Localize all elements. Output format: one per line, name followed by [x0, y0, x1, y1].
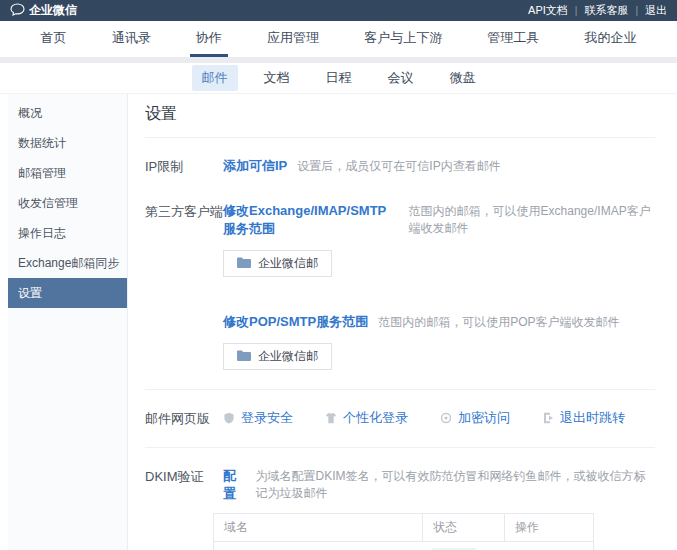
logout-redirect-link[interactable]: 退出时跳转: [542, 409, 625, 427]
sidebar: 概况 数据统计 邮箱管理 收发信管理 操作日志 Exchange邮箱同步 设置: [8, 94, 128, 550]
table-header-action: 操作: [504, 514, 593, 541]
contact-support-link[interactable]: 联系客服: [584, 3, 628, 18]
separator: |: [635, 5, 638, 16]
table-header-row: 域名 状态 操作: [214, 514, 593, 542]
action-cell: 查看配置: [504, 543, 593, 550]
api-docs-link[interactable]: API文档: [528, 3, 568, 18]
top-bar: 企业微信 API文档 | 联系客服 | 退出: [0, 0, 677, 21]
chat-bubble-icon: [10, 3, 25, 19]
nav-item-apps[interactable]: 应用管理: [261, 21, 325, 57]
separator: |: [575, 5, 578, 16]
section-desc: 设置后，成员仅可在可信IP内查看邮件: [297, 158, 500, 175]
dkim-section: DKIM验证 配置 为域名配置DKIM签名，可以有效防范仿冒和网络钓鱼邮件，或被…: [145, 467, 655, 550]
nav-item-admin-tools[interactable]: 管理工具: [481, 21, 545, 57]
modify-pop-range-link[interactable]: 修改POP/SMTP服务范围: [223, 313, 368, 331]
shield-icon: [223, 412, 235, 424]
settings-panel: 设置 IP限制 添加可信IP 设置后，成员仅可在可信IP内查看邮件 第三方客户端…: [128, 94, 677, 550]
table-row: 988666.club 已验证 查看配置: [214, 542, 593, 550]
topbar-links: API文档 | 联系客服 | 退出: [528, 3, 667, 18]
status-cell: 已验证: [422, 542, 504, 550]
nav-item-customers[interactable]: 客户与上下游: [358, 21, 448, 57]
app-title: 企业微信: [29, 2, 77, 19]
exchange-group: 修改Exchange/IMAP/SMTP服务范围 范围内的邮箱，可以使用Exch…: [223, 202, 655, 277]
page-title: 设置: [145, 104, 655, 138]
sub-tabs: 邮件 文档 日程 会议 微盘: [0, 63, 677, 94]
encrypted-access-label: 加密访问: [458, 409, 510, 427]
table-header-domain: 域名: [214, 514, 422, 541]
webmail-section: 邮件网页版 登录安全 个性化登录: [145, 409, 655, 428]
section-label: DKIM验证: [145, 467, 223, 550]
sidebar-item-mailbox-management[interactable]: 邮箱管理: [8, 158, 127, 188]
domain-cell: 988666.club: [214, 544, 422, 550]
login-security-label: 登录安全: [241, 409, 293, 427]
main-area: 概况 数据统计 邮箱管理 收发信管理 操作日志 Exchange邮箱同步 设置 …: [0, 94, 677, 550]
tab-mail[interactable]: 邮件: [192, 65, 238, 91]
dkim-configure-link[interactable]: 配置: [223, 467, 245, 503]
nav-item-my-company[interactable]: 我的企业: [578, 21, 642, 57]
nav-item-contacts[interactable]: 通讯录: [106, 21, 157, 57]
divider: [145, 447, 655, 448]
sidebar-item-overview[interactable]: 概况: [8, 98, 127, 128]
section-label: 邮件网页版: [145, 409, 223, 428]
section-label: 第三方客户端: [145, 202, 223, 370]
ip-restriction-section: IP限制 添加可信IP 设置后，成员仅可在可信IP内查看邮件: [145, 157, 655, 176]
section-desc: 为域名配置DKIM签名，可以有效防范仿冒和网络钓鱼邮件，或被收信方标记为垃圾邮件: [255, 468, 655, 502]
tab-drive[interactable]: 微盘: [440, 65, 486, 91]
personalized-login-link[interactable]: 个性化登录: [325, 409, 408, 427]
department-name: 企业微信邮: [258, 348, 318, 365]
add-trusted-ip-link[interactable]: 添加可信IP: [223, 157, 287, 175]
sidebar-item-send-receive[interactable]: 收发信管理: [8, 188, 127, 218]
sidebar-item-exchange-sync[interactable]: Exchange邮箱同步: [8, 248, 127, 278]
exit-icon: [542, 412, 554, 424]
table-header-status: 状态: [422, 514, 504, 541]
nav-item-home[interactable]: 首页: [35, 21, 73, 57]
encrypted-access-link[interactable]: 加密访问: [440, 409, 510, 427]
section-label: IP限制: [145, 157, 223, 176]
tab-docs[interactable]: 文档: [254, 65, 300, 91]
section-desc: 范围内的邮箱，可以使用Exchange/IMAP客户端收发邮件: [409, 203, 655, 237]
third-party-section: 第三方客户端 修改Exchange/IMAP/SMTP服务范围 范围内的邮箱，可…: [145, 202, 655, 370]
personalized-login-label: 个性化登录: [343, 409, 408, 427]
login-security-link[interactable]: 登录安全: [223, 409, 293, 427]
nav-item-collaboration[interactable]: 协作: [190, 21, 228, 57]
main-nav: 首页 通讯录 协作 应用管理 客户与上下游 管理工具 我的企业: [0, 21, 677, 57]
department-tag[interactable]: 企业微信邮: [223, 250, 332, 277]
sidebar-item-settings[interactable]: 设置: [8, 278, 127, 308]
folder-icon: [237, 257, 251, 271]
sidebar-item-statistics[interactable]: 数据统计: [8, 128, 127, 158]
modify-exchange-range-link[interactable]: 修改Exchange/IMAP/SMTP服务范围: [223, 202, 399, 238]
lock-icon: [440, 412, 452, 424]
sidebar-item-operation-log[interactable]: 操作日志: [8, 218, 127, 248]
section-desc: 范围内的邮箱，可以使用POP客户端收发邮件: [378, 314, 619, 331]
app-logo: 企业微信: [10, 2, 77, 19]
dkim-table: 域名 状态 操作 988666.club 已验证 查看配置: [213, 513, 594, 550]
logout-redirect-label: 退出时跳转: [560, 409, 625, 427]
folder-icon: [237, 350, 251, 364]
tab-meeting[interactable]: 会议: [378, 65, 424, 91]
department-name: 企业微信邮: [258, 255, 318, 272]
tab-schedule[interactable]: 日程: [316, 65, 362, 91]
logout-link[interactable]: 退出: [645, 3, 667, 18]
department-tag[interactable]: 企业微信邮: [223, 343, 332, 370]
divider: [145, 389, 655, 390]
pop-group: 修改POP/SMTP服务范围 范围内的邮箱，可以使用POP客户端收发邮件 企业微…: [223, 313, 655, 370]
shirt-icon: [325, 412, 337, 424]
